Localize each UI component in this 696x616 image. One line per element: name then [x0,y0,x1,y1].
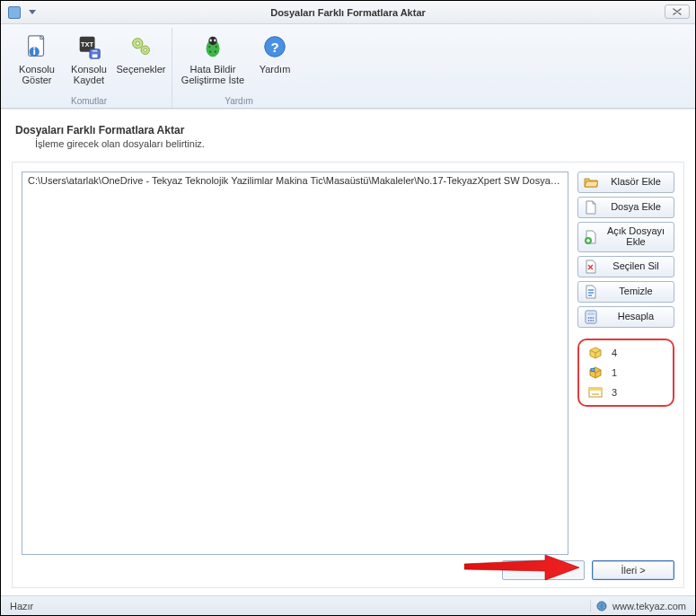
svg-point-21 [215,51,216,53]
nav-row: İleri > [22,560,674,582]
ribbon-group-commands: KonsoluGöster TXT KonsoluKaydet [6,28,172,108]
clear-button[interactable]: Temizle [577,281,674,303]
file-icon [584,200,598,215]
svg-rect-2 [33,49,35,55]
svg-point-28 [588,317,590,319]
quick-access-dropdown[interactable] [26,6,39,19]
svg-point-17 [214,40,216,42]
next-button[interactable]: İleri > [592,560,674,580]
delete-selected-label: Seçilen Sil [603,261,668,272]
ribbon-group-commands-title: Komutlar [12,93,166,108]
svg-text:?: ? [270,40,278,55]
ribbon-group-help-title: Yardım [178,93,300,108]
svg-point-20 [209,51,211,53]
titlebar: Dosyaları Farklı Formatlara Aktar [1,1,695,24]
bug-icon [198,32,227,61]
drawing-icon [588,385,603,400]
wizard-title: Dosyaları Farklı Formatlara Aktar [15,124,681,136]
back-button[interactable] [502,560,585,580]
show-console-button[interactable]: KonsoluGöster [12,28,62,93]
svg-rect-7 [93,54,98,57]
report-bug-button[interactable]: Hata BildirGeliştirme İste [178,28,248,93]
window-title: Dosyaları Farklı Formatlara Aktar [1,7,695,18]
svg-point-29 [590,317,592,319]
svg-point-18 [208,46,210,48]
txt-save-icon: TXT [75,32,103,61]
app-icon [8,6,21,19]
count-parts-value: 4 [612,348,617,358]
status-text: Hazır [10,601,33,612]
file-list[interactable]: C:\Users\atarlak\OneDrive - Tekyaz Tekno… [22,172,568,555]
count-assemblies: 1 [583,365,669,380]
report-bug-label: Hata BildirGeliştirme İste [181,64,244,85]
wizard-header: Dosyaları Farklı Formatlara Aktar İşleme… [12,119,684,162]
count-drawings: 3 [583,385,669,400]
ribbon: KonsoluGöster TXT KonsoluKaydet [1,24,695,109]
assembly-icon [588,365,603,380]
svg-text:TXT: TXT [81,40,94,48]
options-button[interactable]: Seçenekler [116,28,166,93]
file-delete-icon [584,260,598,274]
clear-icon [584,285,598,299]
svg-point-33 [593,320,595,321]
svg-rect-27 [587,312,595,315]
file-plus-icon [584,230,598,244]
gears-icon [127,32,155,61]
side-buttons: Klasör Ekle Dosya Ekle Açık DosyayıEkle [577,172,674,555]
add-folder-label: Klasör Ekle [603,177,668,188]
info-page-icon [22,32,51,61]
status-url[interactable]: www.tekyaz.com [612,601,686,612]
folder-open-icon [584,175,598,189]
wizard-panel: Dosyaları Farklı Formatlara Aktar İşleme… [1,109,695,595]
svg-point-32 [590,320,592,321]
svg-point-3 [33,47,35,48]
help-icon: ? [260,32,289,61]
wizard-subtitle: İşleme girecek olan dosyaları belirtiniz… [35,138,681,149]
status-separator [590,600,591,612]
svg-rect-34 [591,369,595,372]
part-icon [588,346,603,360]
add-file-label: Dosya Ekle [603,202,668,213]
help-label: Yardım [260,64,291,75]
save-console-button[interactable]: TXT KonsoluKaydet [64,28,114,93]
svg-point-19 [216,46,217,48]
save-console-label: KonsoluKaydet [71,64,107,85]
wizard-body: C:\Users\atarlak\OneDrive - Tekyaz Tekno… [12,162,684,588]
calculate-label: Hesapla [603,312,668,322]
help-button[interactable]: ? Yardım [250,28,300,93]
clear-label: Temizle [603,286,668,297]
statusbar: Hazır www.tekyaz.com [1,595,695,615]
calculate-button[interactable]: Hesapla [577,306,674,328]
globe-icon [596,601,607,612]
svg-point-30 [593,317,595,319]
options-label: Seçenekler [116,64,165,75]
svg-rect-36 [589,388,602,391]
ribbon-group-help: Hata BildirGeliştirme İste ? Yardım Yard… [172,28,305,108]
svg-point-16 [210,40,212,42]
add-file-button[interactable]: Dosya Ekle [577,197,674,218]
count-parts: 4 [583,346,669,360]
add-folder-button[interactable]: Klasör Ekle [577,172,674,193]
close-button[interactable] [665,4,690,19]
counts-highlight: 4 1 3 [577,339,674,407]
show-console-label: KonsoluGöster [19,64,55,85]
calc-icon [584,310,598,324]
add-open-file-label: Açık DosyayıEkle [603,226,668,247]
add-open-file-button[interactable]: Açık DosyayıEkle [577,222,674,252]
svg-rect-8 [93,50,98,52]
svg-point-31 [588,320,590,321]
list-item[interactable]: C:\Users\atarlak\OneDrive - Tekyaz Tekno… [22,172,568,189]
count-assemblies-value: 1 [612,367,617,378]
svg-point-10 [136,41,139,45]
delete-selected-button[interactable]: Seçilen Sil [577,256,674,277]
next-label: İleri > [621,565,645,576]
svg-point-12 [144,48,146,51]
count-drawings-value: 3 [612,387,617,398]
